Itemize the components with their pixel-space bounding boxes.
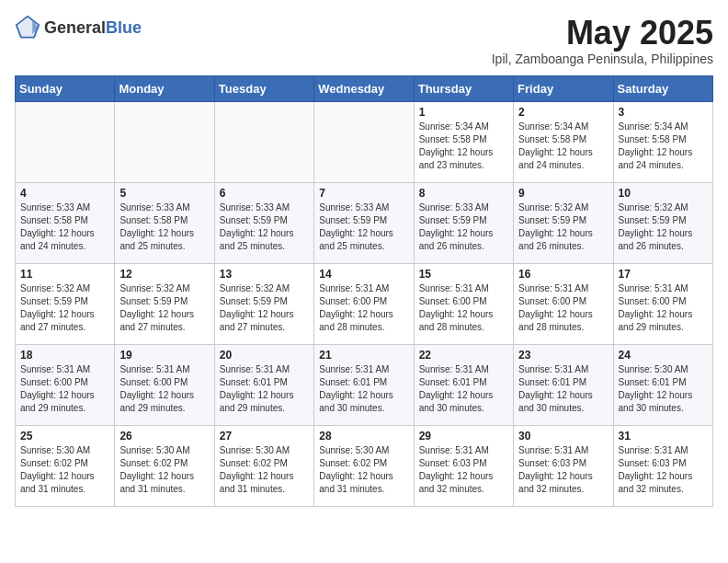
header-row: SundayMondayTuesdayWednesdayThursdayFrid… [16,75,713,101]
day-number: 3 [619,106,708,119]
logo-general: General [44,19,106,36]
calendar-header: SundayMondayTuesdayWednesdayThursdayFrid… [16,75,713,101]
cell-content: Sunrise: 5:30 AM Sunset: 6:02 PM Dayligh… [220,444,309,496]
header-day-monday: Monday [115,75,214,101]
cell-content: Sunrise: 5:31 AM Sunset: 6:00 PM Dayligh… [419,282,508,334]
page-header: GeneralBlue May 2025 Ipil, Zamboanga Pen… [15,15,713,66]
day-number: 8 [419,187,508,200]
header-day-thursday: Thursday [414,75,513,101]
day-number: 26 [119,430,209,442]
cell-content: Sunrise: 5:33 AM Sunset: 5:59 PM Dayligh… [419,201,508,253]
day-number: 6 [220,187,309,200]
cell-content: Sunrise: 5:32 AM Sunset: 5:59 PM Dayligh… [619,201,708,253]
logo: GeneralBlue [15,15,142,40]
cell-content: Sunrise: 5:32 AM Sunset: 5:59 PM Dayligh… [518,201,608,253]
logo-text: GeneralBlue [44,19,142,36]
cell-content: Sunrise: 5:31 AM Sunset: 6:03 PM Dayligh… [619,444,708,496]
day-number: 29 [419,430,508,442]
cell-content: Sunrise: 5:31 AM Sunset: 6:01 PM Dayligh… [319,363,408,415]
day-number: 1 [419,106,508,119]
day-number: 15 [419,268,508,281]
day-number: 17 [619,268,708,281]
calendar-week-5: 25Sunrise: 5:30 AM Sunset: 6:02 PM Dayli… [16,425,713,506]
cell-content: Sunrise: 5:34 AM Sunset: 5:58 PM Dayligh… [518,121,608,172]
calendar-cell: 6Sunrise: 5:33 AM Sunset: 5:59 PM Daylig… [214,182,313,263]
calendar-table: SundayMondayTuesdayWednesdayThursdayFrid… [15,75,713,507]
header-day-wednesday: Wednesday [314,75,414,101]
header-day-sunday: Sunday [16,75,115,101]
day-number: 16 [518,268,608,281]
calendar-week-2: 4Sunrise: 5:33 AM Sunset: 5:58 PM Daylig… [16,182,713,263]
cell-content: Sunrise: 5:31 AM Sunset: 6:03 PM Dayligh… [518,444,608,496]
calendar-cell [115,101,214,182]
logo-icon [15,15,40,40]
calendar-cell: 17Sunrise: 5:31 AM Sunset: 6:00 PM Dayli… [613,263,712,344]
calendar-cell [214,101,313,182]
calendar-cell: 15Sunrise: 5:31 AM Sunset: 6:00 PM Dayli… [414,263,513,344]
day-number: 28 [319,430,408,442]
cell-content: Sunrise: 5:31 AM Sunset: 6:00 PM Dayligh… [619,282,708,334]
cell-content: Sunrise: 5:30 AM Sunset: 6:01 PM Dayligh… [619,363,708,415]
day-number: 21 [319,349,408,362]
cell-content: Sunrise: 5:33 AM Sunset: 5:58 PM Dayligh… [119,201,209,253]
cell-content: Sunrise: 5:31 AM Sunset: 6:00 PM Dayligh… [119,363,209,415]
day-number: 30 [518,430,608,442]
cell-content: Sunrise: 5:32 AM Sunset: 5:59 PM Dayligh… [119,282,209,334]
day-number: 2 [518,106,608,119]
calendar-cell: 4Sunrise: 5:33 AM Sunset: 5:58 PM Daylig… [16,182,115,263]
day-number: 11 [20,268,109,281]
calendar-cell: 12Sunrise: 5:32 AM Sunset: 5:59 PM Dayli… [115,263,214,344]
cell-content: Sunrise: 5:31 AM Sunset: 6:00 PM Dayligh… [518,282,608,334]
day-number: 31 [619,430,708,442]
calendar-week-3: 11Sunrise: 5:32 AM Sunset: 5:59 PM Dayli… [16,263,713,344]
calendar-cell: 27Sunrise: 5:30 AM Sunset: 6:02 PM Dayli… [214,425,313,506]
calendar-week-4: 18Sunrise: 5:31 AM Sunset: 6:00 PM Dayli… [16,344,713,425]
calendar-cell: 7Sunrise: 5:33 AM Sunset: 5:59 PM Daylig… [314,182,414,263]
calendar-cell: 1Sunrise: 5:34 AM Sunset: 5:58 PM Daylig… [414,101,513,182]
day-number: 9 [518,187,608,200]
calendar-cell [314,101,414,182]
cell-content: Sunrise: 5:33 AM Sunset: 5:59 PM Dayligh… [220,201,309,253]
day-number: 25 [20,430,109,442]
calendar-cell: 2Sunrise: 5:34 AM Sunset: 5:58 PM Daylig… [514,101,613,182]
day-number: 20 [220,349,309,362]
day-number: 18 [20,349,109,362]
day-number: 22 [419,349,508,362]
calendar-cell: 8Sunrise: 5:33 AM Sunset: 5:59 PM Daylig… [414,182,513,263]
cell-content: Sunrise: 5:30 AM Sunset: 6:02 PM Dayligh… [119,444,209,496]
day-number: 14 [319,268,408,281]
calendar-cell: 13Sunrise: 5:32 AM Sunset: 5:59 PM Dayli… [214,263,313,344]
cell-content: Sunrise: 5:31 AM Sunset: 6:03 PM Dayligh… [419,444,508,496]
cell-content: Sunrise: 5:31 AM Sunset: 6:01 PM Dayligh… [220,363,309,415]
header-day-tuesday: Tuesday [214,75,313,101]
calendar-cell: 3Sunrise: 5:34 AM Sunset: 5:58 PM Daylig… [613,101,712,182]
calendar-cell: 10Sunrise: 5:32 AM Sunset: 5:59 PM Dayli… [613,182,712,263]
calendar-cell: 16Sunrise: 5:31 AM Sunset: 6:00 PM Dayli… [514,263,613,344]
calendar-cell: 22Sunrise: 5:31 AM Sunset: 6:01 PM Dayli… [414,344,513,425]
cell-content: Sunrise: 5:33 AM Sunset: 5:58 PM Dayligh… [20,201,109,253]
calendar-week-1: 1Sunrise: 5:34 AM Sunset: 5:58 PM Daylig… [16,101,713,182]
header-day-friday: Friday [514,75,613,101]
cell-content: Sunrise: 5:32 AM Sunset: 5:59 PM Dayligh… [20,282,109,334]
calendar-cell: 29Sunrise: 5:31 AM Sunset: 6:03 PM Dayli… [414,425,513,506]
cell-content: Sunrise: 5:34 AM Sunset: 5:58 PM Dayligh… [419,121,508,172]
day-number: 27 [220,430,309,442]
calendar-cell: 24Sunrise: 5:30 AM Sunset: 6:01 PM Dayli… [613,344,712,425]
day-number: 23 [518,349,608,362]
calendar-cell: 18Sunrise: 5:31 AM Sunset: 6:00 PM Dayli… [16,344,115,425]
calendar-cell: 31Sunrise: 5:31 AM Sunset: 6:03 PM Dayli… [613,425,712,506]
day-number: 5 [119,187,209,200]
cell-content: Sunrise: 5:30 AM Sunset: 6:02 PM Dayligh… [20,444,109,496]
day-number: 13 [220,268,309,281]
calendar-cell: 19Sunrise: 5:31 AM Sunset: 6:00 PM Dayli… [115,344,214,425]
calendar-cell: 14Sunrise: 5:31 AM Sunset: 6:00 PM Dayli… [314,263,414,344]
cell-content: Sunrise: 5:32 AM Sunset: 5:59 PM Dayligh… [220,282,309,334]
cell-content: Sunrise: 5:31 AM Sunset: 6:01 PM Dayligh… [419,363,508,415]
calendar-cell: 30Sunrise: 5:31 AM Sunset: 6:03 PM Dayli… [514,425,613,506]
cell-content: Sunrise: 5:30 AM Sunset: 6:02 PM Dayligh… [319,444,408,496]
header-day-saturday: Saturday [613,75,712,101]
calendar-cell: 9Sunrise: 5:32 AM Sunset: 5:59 PM Daylig… [514,182,613,263]
calendar-cell [16,101,115,182]
calendar-cell: 26Sunrise: 5:30 AM Sunset: 6:02 PM Dayli… [115,425,214,506]
calendar-cell: 23Sunrise: 5:31 AM Sunset: 6:01 PM Dayli… [514,344,613,425]
